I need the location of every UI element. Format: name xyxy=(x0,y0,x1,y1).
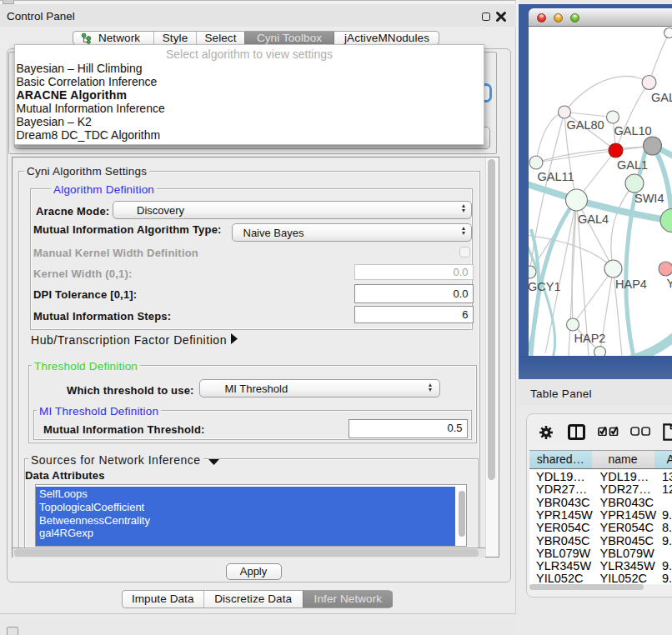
svg-text:GAL80: GAL80 xyxy=(567,118,604,132)
svg-text:HAP4: HAP4 xyxy=(615,278,647,291)
svg-text:GAL10: GAL10 xyxy=(614,124,652,138)
svg-text:GAL7: GAL7 xyxy=(651,91,672,104)
svg-text:GAL11: GAL11 xyxy=(538,170,574,183)
svg-text:GCY1: GCY1 xyxy=(529,280,561,293)
svg-text:GAL4: GAL4 xyxy=(578,212,609,226)
svg-text:HAP2: HAP2 xyxy=(574,332,606,345)
svg-text:SWI4: SWI4 xyxy=(634,192,664,205)
svg-text:GAL1: GAL1 xyxy=(617,158,648,172)
svg-text:YP: YP xyxy=(667,277,672,290)
